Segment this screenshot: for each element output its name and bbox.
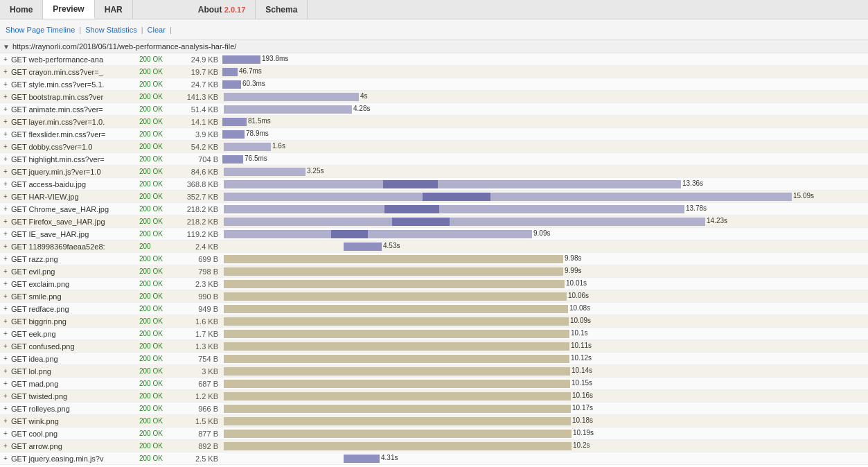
table-row[interactable]: + GET Firefox_save_HAR.jpg 200 OK 218.2 … (0, 215, 868, 228)
show-statistics-link[interactable]: Show Statistics (85, 26, 137, 34)
table-row[interactable]: + GET redface.png 200 OK 949 B 10.08s (0, 303, 868, 315)
tab-schema[interactable]: Schema (256, 0, 308, 19)
table-row[interactable]: + GET idea.png 200 OK 754 B 10.12s (0, 353, 868, 365)
table-row[interactable]: + GET IE_save_HAR.jpg 200 OK 119.2 KB 9.… (0, 228, 868, 240)
request-name: GET jquery.min.js?ver=1.0 (11, 168, 139, 176)
table-row[interactable]: + GET access-baidu.jpg 200 OK 368.8 KB 1… (0, 178, 868, 191)
table-row[interactable]: + GET flexslider.min.css?ver= 200 OK 3.9… (0, 128, 868, 141)
table-row[interactable]: + GET style.min.css?ver=5.1. 200 OK 24.7… (0, 78, 868, 91)
table-container[interactable]: ▼ https://raynorli.com/2018/06/11/web-pe… (0, 40, 868, 467)
tab-home[interactable]: Home (0, 0, 43, 19)
table-row[interactable]: + GET evil.png 200 OK 798 B 9.99s (0, 265, 868, 278)
table-row[interactable]: + GET jquery.easing.min.js?v 200 OK 2.5 … (0, 452, 868, 465)
expand-icon[interactable]: + (0, 155, 11, 163)
table-row[interactable]: + GET HAR-VIEW.jpg 200 OK 352.7 KB 15.09… (0, 191, 868, 203)
request-name: GET dobby.css?ver=1.0 (11, 143, 139, 151)
expand-icon[interactable]: + (0, 455, 11, 462)
timeline-column: 10.19s (222, 428, 868, 439)
expand-icon[interactable]: + (0, 193, 11, 200)
timeline-column: 10.12s (222, 353, 868, 364)
tab-har[interactable]: HAR (95, 0, 133, 19)
table-row[interactable]: + GET rolleyes.png 200 OK 966 B 10.17s (0, 403, 868, 415)
table-row[interactable]: + GET lol.png 200 OK 3 KB 10.14s (0, 365, 868, 378)
table-row[interactable]: + GET exclaim.png 200 OK 2.3 KB 10.01s (0, 278, 868, 290)
table-row[interactable]: + GET smile.png 200 OK 990 B 10.06s (0, 290, 868, 303)
status-badge: 200 OK (139, 143, 179, 150)
table-row[interactable]: + GET highlight.min.css?ver= 200 OK 704 … (0, 153, 868, 166)
status-badge: 200 OK (139, 155, 179, 163)
request-name: GET Firefox_save_HAR.jpg (11, 218, 139, 226)
expand-icon[interactable]: + (0, 230, 11, 238)
expand-icon[interactable]: + (0, 317, 11, 325)
expand-icon[interactable]: + (0, 430, 11, 437)
table-row[interactable]: + GET twisted.png 200 OK 1.2 KB 10.16s (0, 390, 868, 403)
status-badge: 200 OK (139, 317, 179, 325)
expand-icon[interactable]: + (0, 55, 11, 63)
expand-icon[interactable]: + (0, 292, 11, 300)
table-row[interactable]: + GET bootstrap.min.css?ver 200 OK 141.3… (0, 91, 868, 103)
expand-icon[interactable]: + (0, 243, 11, 250)
request-size: 368.8 KB (179, 180, 222, 188)
expand-icon[interactable]: + (0, 267, 11, 275)
expand-icon[interactable]: + (0, 405, 11, 412)
expand-icon[interactable]: + (0, 392, 11, 400)
request-size: 51.4 KB (179, 105, 222, 114)
request-name: GET redface.png (11, 305, 139, 313)
table-row[interactable]: + GET Chrome_save_HAR.jpg 200 OK 218.2 K… (0, 203, 868, 215)
tab-preview[interactable]: Preview (43, 0, 94, 19)
table-row[interactable]: + GET confused.png 200 OK 1.3 KB 10.11s (0, 340, 868, 353)
table-row[interactable]: + GET wink.png 200 OK 1.5 KB 10.18s (0, 415, 868, 428)
expand-icon[interactable]: + (0, 367, 11, 375)
request-size: 892 B (179, 442, 222, 450)
show-page-timeline-link[interactable]: Show Page Timeline (6, 26, 75, 34)
expand-icon[interactable]: + (0, 180, 11, 188)
expand-icon[interactable]: + (0, 342, 11, 350)
timeline-column: 9.99s (222, 265, 868, 277)
expand-icon[interactable]: + (0, 143, 11, 150)
collapse-icon: ▼ (3, 43, 10, 51)
expand-icon[interactable]: + (0, 380, 11, 387)
table-row[interactable]: + GET arrow.png 200 OK 892 B 10.2s (0, 440, 868, 452)
table-row[interactable]: + GET mad.png 200 OK 687 B 10.15s (0, 378, 868, 390)
table-row[interactable]: + GET dobby.css?ver=1.0 200 OK 54.2 KB 1… (0, 141, 868, 153)
timeline-column: 81.5ms (222, 116, 868, 127)
table-row[interactable]: + GET cool.png 200 OK 877 B 10.19s (0, 428, 868, 440)
timeline-column: 10.15s (222, 378, 868, 389)
table-row[interactable]: + GET razz.png 200 OK 699 B 9.98s (0, 253, 868, 265)
table-row[interactable]: + GET eek.png 200 OK 1.7 KB 10.1s (0, 328, 868, 340)
table-row[interactable]: + GET web-performance-ana 200 OK 24.9 KB… (0, 53, 868, 66)
expand-icon[interactable]: + (0, 417, 11, 425)
expand-icon[interactable]: + (0, 205, 11, 213)
expand-icon[interactable]: + (0, 93, 11, 100)
expand-icon[interactable]: + (0, 442, 11, 450)
expand-icon[interactable]: + (0, 68, 11, 76)
expand-icon[interactable]: + (0, 255, 11, 263)
expand-icon[interactable]: + (0, 330, 11, 337)
timeline-column: 46.7ms (222, 66, 868, 78)
expand-icon[interactable]: + (0, 218, 11, 225)
toolbar: Show Page Timeline | Show Statistics | C… (0, 19, 868, 40)
expand-icon[interactable]: + (0, 355, 11, 362)
url-group-header[interactable]: ▼ https://raynorli.com/2018/06/11/web-pe… (0, 40, 868, 53)
clear-link[interactable]: Clear (148, 26, 166, 34)
status-badge: 200 OK (139, 430, 179, 437)
tab-about[interactable]: About 2.0.17 (188, 0, 256, 19)
timeline-column: 9.98s (222, 253, 868, 265)
expand-icon[interactable]: + (0, 130, 11, 138)
status-badge: 200 OK (139, 267, 179, 275)
table-row[interactable]: + GET 118998369faeaa52e8: 200 2.4 KB 4.5… (0, 240, 868, 253)
status-badge: 200 (139, 243, 179, 250)
table-row[interactable]: + GET jquery.min.js?ver=1.0 200 OK 84.6 … (0, 166, 868, 178)
expand-icon[interactable]: + (0, 280, 11, 288)
expand-icon[interactable]: + (0, 118, 11, 125)
table-row[interactable]: + GET biggrin.png 200 OK 1.6 KB 10.09s (0, 315, 868, 328)
table-row[interactable]: + GET animate.min.css?ver= 200 OK 51.4 K… (0, 103, 868, 116)
expand-icon[interactable]: + (0, 168, 11, 175)
table-row[interactable]: + GET crayon.min.css?ver=_ 200 OK 19.7 K… (0, 66, 868, 78)
expand-icon[interactable]: + (0, 305, 11, 312)
table-row[interactable]: + GET layer.min.css?ver=1.0. 200 OK 14.1… (0, 116, 868, 128)
request-name: GET arrow.png (11, 442, 139, 450)
expand-icon[interactable]: + (0, 80, 11, 88)
timeline-column: 14.23s (222, 215, 868, 227)
expand-icon[interactable]: + (0, 105, 11, 113)
